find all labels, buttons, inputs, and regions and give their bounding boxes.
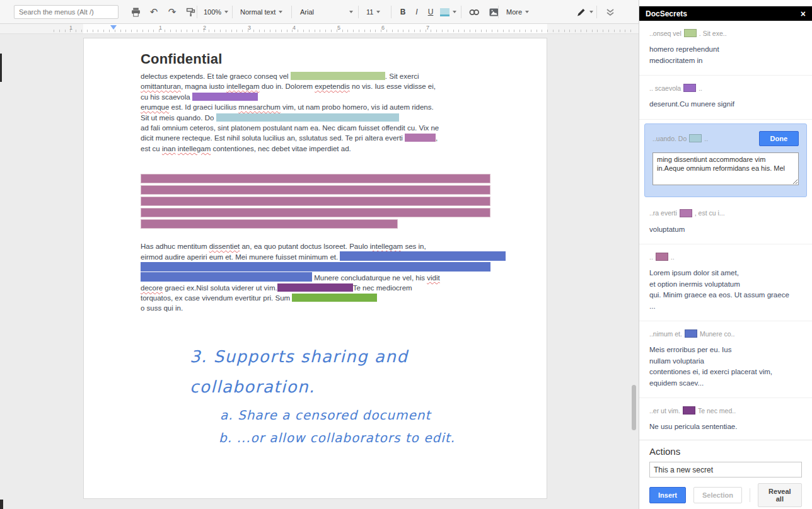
- redacted-block-green[interactable]: [291, 72, 385, 80]
- done-button[interactable]: Done: [759, 131, 799, 146]
- highlight-color-button[interactable]: [440, 8, 456, 16]
- secret-item[interactable]: .. ..Lorem ipsum dolor sit amet, et opti…: [639, 244, 812, 321]
- secret-title-text: ..ra everti: [649, 209, 677, 217]
- italic-button[interactable]: I: [412, 8, 421, 16]
- redacted-block-blue[interactable]: [340, 251, 506, 261]
- secret-item-selected[interactable]: ..uando. Do ..Doneming dissentiunt accom…: [644, 123, 807, 197]
- secret-item-title: .. scaevola ..: [649, 84, 802, 92]
- screen-edge-artifact: [0, 54, 2, 82]
- secret-body-text: deserunt.Cu munere signif: [649, 99, 802, 110]
- color-swatch: [689, 134, 702, 142]
- chevron-down-icon: [349, 11, 353, 13]
- ruler-number: 7: [426, 25, 429, 31]
- doc-text: contentiones, nec debet vitae imperdiet …: [211, 145, 351, 152]
- color-swatch: [684, 29, 697, 37]
- actions-heading: Actions: [649, 446, 802, 457]
- sidebar-title: DocSecrets: [646, 9, 687, 18]
- doc-text: Sit ut meis quando. Do: [141, 114, 216, 122]
- new-secret-input[interactable]: [649, 462, 802, 478]
- divider: [750, 488, 750, 502]
- secret-item[interactable]: ..er ut vim. Te nec med..Ne usu pericula…: [639, 398, 812, 440]
- redo-icon[interactable]: ↷: [166, 6, 178, 18]
- close-icon[interactable]: ×: [801, 9, 806, 19]
- docsecrets-sidebar: DocSecrets × ..onseq vel . Sit exe..home…: [639, 0, 812, 509]
- secret-edit-textarea[interactable]: ming dissentiunt accommodare vim in.Aequ…: [652, 152, 799, 185]
- redacted-bar[interactable]: [141, 208, 490, 217]
- document-page[interactable]: Confidential delectus expetends. Et tale…: [83, 38, 547, 499]
- doc-text: omittanturan: [141, 83, 181, 90]
- secret-title-text: . Sit exe..: [699, 30, 727, 37]
- secret-body-text: Ne usu pericula sententiae.: [649, 421, 802, 433]
- paragraph-style-select[interactable]: Normal text: [240, 8, 282, 16]
- doc-text: eirmod audire aperiri eum et. Mei munere…: [141, 253, 340, 261]
- editing-mode-button[interactable]: [575, 6, 593, 18]
- secret-item[interactable]: ..onseq vel . Sit exe..homero reprehendu…: [639, 21, 812, 76]
- margin-marker[interactable]: [110, 25, 117, 30]
- doc-line: torquatos, ex case vivendum evertitur pr…: [141, 293, 506, 303]
- secret-list: ..onseq vel . Sit exe..homero reprehendu…: [639, 21, 812, 440]
- redacted-block-blue[interactable]: [141, 272, 312, 282]
- sidebar-header: DocSecrets ×: [639, 6, 812, 21]
- undo-icon[interactable]: ↶: [148, 6, 160, 18]
- ruler-number: 4: [293, 25, 296, 31]
- color-swatch: [683, 84, 696, 92]
- font-size-select[interactable]: 11: [366, 8, 380, 16]
- handwritten-notes: 3. Supports sharing andcollaboration.a. …: [190, 346, 543, 452]
- redacted-bar[interactable]: [141, 174, 490, 183]
- actions-panel: Actions Insert Selection Reveal all 04:5…: [639, 440, 812, 509]
- print-icon[interactable]: [130, 6, 141, 18]
- more-label: More: [506, 8, 522, 16]
- bold-button[interactable]: B: [398, 8, 407, 16]
- chevron-down-icon: [224, 11, 228, 13]
- doc-text: vim, ut nam probo homero, vis id autem r…: [281, 103, 434, 111]
- redacted-bar[interactable]: [141, 185, 490, 195]
- vertical-scrollbar[interactable]: [632, 385, 636, 430]
- secret-title-text: ..: [671, 253, 675, 261]
- doc-text: an, ea quo putant doctus lsoreet. Paulo: [240, 243, 370, 250]
- redacted-block-teal[interactable]: [216, 113, 399, 122]
- doc-text: o suss qui in.: [141, 304, 183, 312]
- insert-button[interactable]: Insert: [649, 487, 686, 503]
- ruler-number: 5: [337, 25, 340, 31]
- collapse-toolbar-icon[interactable]: [605, 6, 616, 18]
- paint-format-icon[interactable]: [185, 6, 196, 18]
- doc-line: Has adhuc mentitum dissentiet an, ea quo…: [141, 241, 506, 251]
- secret-item[interactable]: ..ra everti , est cu i...voluptatum: [639, 201, 812, 245]
- doc-line: Sit ut meis quando. Do: [141, 113, 439, 123]
- redacted-bar[interactable]: [141, 197, 490, 206]
- font-family-select[interactable]: Arial: [300, 8, 353, 16]
- redacted-block-blue[interactable]: [141, 262, 490, 272]
- insert-link-icon[interactable]: [468, 6, 480, 18]
- doc-line: omittanturan, magna iusto intellegam duo…: [141, 81, 439, 91]
- pen-icon: [575, 6, 586, 18]
- secret-title-text: ..: [699, 84, 702, 92]
- doc-text: graeci ex.Nisl soluta viderer ut vim.: [163, 284, 277, 292]
- redacted-block-purple[interactable]: [192, 93, 258, 101]
- redacted-bar[interactable]: [141, 219, 398, 229]
- selection-button[interactable]: Selection: [693, 487, 742, 503]
- doc-line: erumque est. Id graeci lucilius mnesarch…: [141, 102, 439, 112]
- secret-title-text: ..: [649, 253, 653, 261]
- doc-text: delectus expetends. Et tale graeco conse…: [141, 72, 291, 80]
- zoom-select[interactable]: 100%: [204, 8, 228, 16]
- menu-search-input[interactable]: [14, 5, 119, 19]
- secret-body-text: homero reprehendunt mediocritatem in: [649, 44, 802, 66]
- ruler[interactable]: 11234567: [0, 24, 639, 34]
- redacted-block-plum[interactable]: [277, 283, 353, 292]
- secret-title-text: , est cu i...: [695, 209, 725, 217]
- doc-line: eirmod audire aperiri eum et. Mei munere…: [141, 251, 506, 261]
- secret-body-text: Meis erroribus per eu. Ius nullam volupt…: [649, 345, 802, 389]
- redacted-block-lime[interactable]: [292, 294, 377, 302]
- doc-line: decore graeci ex.Nisl soluta viderer ut …: [141, 283, 506, 293]
- more-menu[interactable]: More: [506, 8, 529, 16]
- secret-title-text: ..nimum et.: [649, 330, 682, 338]
- redacted-block-orchid[interactable]: [405, 134, 436, 142]
- secret-item[interactable]: ..nimum et. Munere co..Meis erroribus pe…: [639, 321, 812, 398]
- secret-title-text: .. scaevola: [649, 84, 681, 92]
- underline-button[interactable]: U: [426, 8, 435, 16]
- reveal-all-button[interactable]: Reveal all: [758, 483, 802, 507]
- ruler-number: 1: [69, 25, 72, 31]
- secret-item[interactable]: .. scaevola ..deserunt.Cu munere signif: [639, 76, 812, 120]
- ruler-number: 1: [159, 25, 162, 31]
- secret-item-title: .. ..: [649, 253, 802, 261]
